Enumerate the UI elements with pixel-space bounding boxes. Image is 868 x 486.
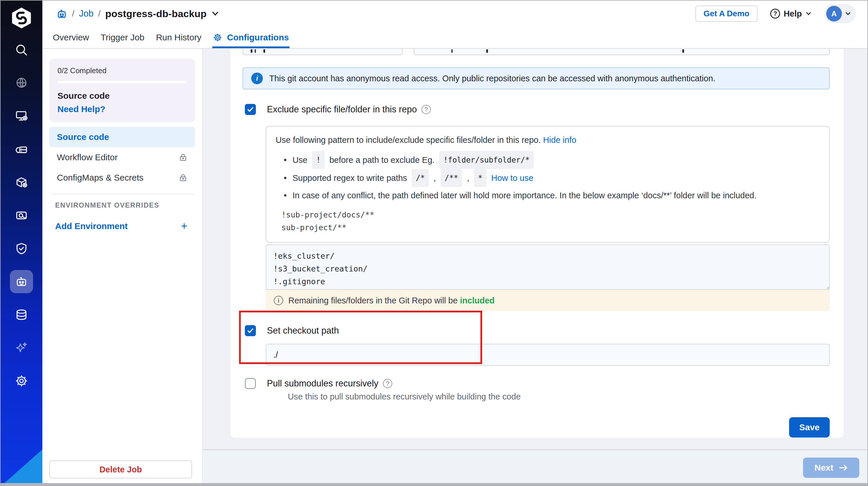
footer-bar: Next — [203, 450, 867, 485]
app-window: / Job / postgress-db-backup Get A Demo ?… — [0, 0, 868, 486]
pattern-intro: Use following pattern to include/exclude… — [276, 135, 541, 145]
exclude-checkbox[interactable] — [245, 104, 256, 115]
info-outline-icon: i — [274, 296, 283, 305]
remaining-files-note: i Remaining files/folders in the Git Rep… — [266, 290, 830, 311]
tab-run-history[interactable]: Run History — [155, 27, 202, 48]
pattern-bullet-3: In case of any conflict, the path define… — [276, 187, 820, 204]
pattern-bullet-1: Use ! before a path to exclude Eg. !fold… — [276, 151, 820, 169]
code-chip: * — [474, 169, 487, 187]
avatar: A — [826, 6, 842, 22]
code-chip: /* — [412, 169, 429, 187]
save-button[interactable]: Save — [789, 417, 830, 437]
code-chip: /** — [441, 169, 462, 187]
divider — [50, 194, 194, 194]
checkout-path-checkbox[interactable] — [245, 325, 256, 336]
exclude-patterns-textarea[interactable]: !eks_cluster/ !s3_bucket_creation/ !.git… — [266, 245, 830, 290]
help-circle-icon[interactable]: ? — [422, 105, 431, 114]
progress-card: 0/2 Completed Source code Need Help? — [49, 59, 195, 122]
ai-sparkles-icon[interactable] — [10, 336, 33, 360]
global-overview-icon[interactable] — [10, 72, 33, 95]
info-icon: i — [251, 73, 263, 84]
chevron-down-icon — [805, 10, 812, 17]
right-column: / Job / postgress-db-backup Get A Demo ?… — [42, 1, 867, 485]
top-header: / Job / postgress-db-backup Get A Demo ?… — [42, 1, 867, 27]
checkout-path-row: Set checkout path — [245, 325, 830, 336]
anonymous-access-banner: i This git account has anonymous read ac… — [243, 67, 830, 89]
icon-sidebar — [1, 1, 42, 485]
devtron-logo[interactable] — [9, 6, 34, 30]
breadcrumb-job-link[interactable]: Job — [79, 8, 93, 19]
chevron-down-icon[interactable] — [211, 9, 219, 18]
lock-icon — [179, 173, 187, 182]
remaining-note-text: Remaining files/folders in the Git Repo … — [288, 296, 458, 305]
get-a-demo-button[interactable]: Get A Demo — [695, 5, 757, 22]
chevron-down-icon — [845, 10, 851, 17]
source-code-card: i This git account has anonymous read ac… — [230, 49, 844, 438]
window-bottom-edge — [1, 483, 867, 485]
breadcrumb-job-name: postgress-db-backup — [105, 8, 207, 20]
help-label: Help — [783, 9, 802, 19]
hide-info-link[interactable]: Hide info — [543, 135, 576, 145]
config-sidebar: 0/2 Completed Source code Need Help? Sou… — [42, 49, 203, 485]
pattern-info-box: Use following pattern to include/exclude… — [266, 126, 830, 243]
check-icon — [247, 327, 254, 335]
plus-icon: + — [181, 220, 187, 232]
git-repo-url-field-clipped[interactable] — [414, 49, 830, 55]
pull-submodules-row: Pull submodules recursively ? — [245, 378, 830, 389]
pattern-example-lines: !sub-project/docs/** sub-project/** — [281, 208, 820, 234]
next-button[interactable]: Next — [803, 458, 859, 478]
help-circle-icon[interactable]: ? — [383, 379, 392, 388]
pull-submodules-description: Use this to pull submodules recursively … — [288, 392, 830, 402]
progress-step-title: Source code — [57, 91, 187, 101]
breadcrumb-separator: / — [72, 9, 74, 19]
observability-icon[interactable] — [10, 204, 33, 227]
tab-configurations[interactable]: Configurations — [212, 27, 289, 48]
user-menu[interactable]: A — [825, 4, 856, 23]
search-icon[interactable] — [10, 38, 33, 61]
help-question-icon: ? — [770, 9, 780, 19]
exclude-checkbox-row: Exclude specific file/folder in this rep… — [245, 104, 830, 115]
main-area: i This git account has anonymous read ac… — [203, 49, 867, 485]
checkout-path-label: Set checkout path — [267, 325, 339, 336]
git-account-field-clipped[interactable] — [243, 49, 403, 55]
app-management-icon[interactable] — [10, 105, 33, 128]
tab-trigger-job[interactable]: Trigger Job — [100, 27, 145, 48]
delete-job-button[interactable]: Delete Job — [49, 460, 192, 479]
breadcrumb-separator: / — [98, 9, 100, 19]
check-icon — [247, 106, 254, 113]
job-robot-icon — [56, 8, 67, 19]
resource-browser-icon[interactable] — [10, 303, 33, 326]
gear-icon — [213, 33, 222, 42]
jobs-icon[interactable] — [10, 270, 33, 293]
add-environment-button[interactable]: Add Environment + — [55, 220, 187, 232]
security-shield-icon[interactable] — [10, 237, 33, 260]
banner-text: This git account has anonymous read acce… — [269, 74, 715, 83]
sidebar-item-source-code[interactable]: Source code — [49, 127, 195, 147]
need-help-link[interactable]: Need Help? — [57, 104, 187, 114]
code-chip: ! — [312, 151, 325, 169]
settings-gear-icon[interactable] — [10, 369, 33, 393]
packages-icon[interactable] — [10, 171, 33, 194]
pattern-bullet-2: Supported regex to write paths /* , /** … — [276, 169, 820, 187]
how-to-use-link[interactable]: How to use — [491, 170, 533, 187]
sidebar-item-workflow-editor[interactable]: Workflow Editor — [49, 147, 195, 168]
infrastructure-icon[interactable] — [10, 138, 33, 161]
tab-overview[interactable]: Overview — [52, 27, 90, 48]
tab-bar: Overview Trigger Job Run History Configu… — [42, 27, 867, 49]
exclude-checkbox-label: Exclude specific file/folder in this rep… — [267, 104, 417, 115]
lock-icon — [179, 153, 187, 162]
clipped-fields-row — [243, 49, 830, 55]
code-chip: !folder/subfolder/* — [439, 151, 533, 169]
included-highlight: included — [460, 296, 495, 305]
breadcrumb: / Job / postgress-db-backup — [56, 8, 219, 20]
progress-label: 0/2 Completed — [57, 66, 187, 75]
sidebar-item-configmaps-secrets[interactable]: ConfigMaps & Secrets — [49, 168, 195, 188]
pull-submodules-checkbox[interactable] — [245, 378, 256, 389]
environment-overrides-header: ENVIRONMENT OVERRIDES — [55, 201, 187, 209]
arrow-right-icon — [839, 464, 848, 472]
progress-bar — [57, 81, 187, 83]
checkout-path-input[interactable] — [266, 344, 830, 366]
help-menu[interactable]: ? Help — [770, 9, 812, 19]
pull-submodules-label: Pull submodules recursively — [267, 378, 378, 389]
